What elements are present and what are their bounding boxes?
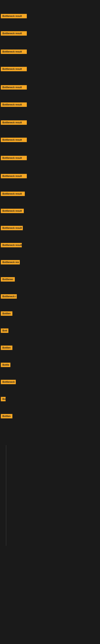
bottleneck-bar[interactable]: Bottle	[1, 363, 10, 367]
bottleneck-bar[interactable]: Bottleneck result	[1, 120, 27, 125]
bottleneck-bar[interactable]: Bottleneck result	[1, 85, 27, 90]
bar-row: Bottleneck result	[1, 67, 27, 72]
bottleneck-bar[interactable]: Bottlenec	[1, 277, 15, 282]
bottleneck-bar[interactable]: Bottleneck result	[1, 138, 27, 142]
bottleneck-bar[interactable]: Bottlen	[1, 346, 12, 350]
bottleneck-bar[interactable]: Bo	[1, 397, 6, 401]
bar-row: Bottleneck result	[1, 174, 27, 179]
bar-row: Bottleneck result	[1, 226, 23, 231]
bottleneck-bar[interactable]: Bottleneck result	[1, 192, 25, 196]
bar-row: Bottleneck result	[1, 14, 27, 19]
bottleneck-bar[interactable]: Bottleneck result	[1, 14, 27, 18]
bar-row: Bottlen	[1, 311, 12, 316]
bar-row: Bottleneck result	[1, 31, 27, 36]
bottleneck-bar[interactable]: Bottleneck	[1, 380, 16, 384]
bar-row: Bottlen	[1, 346, 12, 351]
bar-row: Bottleneck result	[1, 120, 27, 126]
bottleneck-bar[interactable]: Bottleneck result	[1, 31, 27, 36]
bar-row: Bo	[1, 397, 6, 402]
bar-row: Bottleneck result	[1, 192, 25, 197]
bottleneck-bar[interactable]: Bottleneck r	[1, 294, 17, 299]
bar-row: Bott	[1, 328, 8, 334]
bottleneck-bar[interactable]: Bottleneck result	[1, 102, 27, 107]
bottleneck-bar[interactable]: Bottlen	[1, 414, 12, 418]
bottleneck-bar[interactable]: Bottleneck result	[1, 209, 24, 213]
bar-row: Bottleneck result	[1, 243, 22, 248]
site-title	[0, 0, 100, 2]
bottleneck-bar[interactable]: Bottleneck res	[1, 260, 20, 264]
bar-row: Bottleneck r	[1, 294, 17, 300]
bar-row: Bottleneck	[1, 380, 16, 385]
bar-row: Bottlen	[1, 414, 12, 419]
bottleneck-bar[interactable]: Bottleneck result	[1, 50, 27, 54]
bar-row: Bottleneck result	[1, 85, 27, 90]
bar-row: Bottleneck res	[1, 260, 20, 265]
chart-bottom-area	[0, 445, 100, 644]
bottleneck-bar[interactable]: Bottleneck result	[1, 174, 27, 178]
bottleneck-bar[interactable]: Bottleneck result	[1, 243, 22, 247]
bar-row: Bottleneck result	[1, 102, 27, 108]
bottleneck-bar[interactable]: Bottleneck result	[1, 67, 27, 71]
bar-row: Bottleneck result	[1, 209, 24, 214]
bottleneck-bar[interactable]: Bottlen	[1, 311, 12, 316]
bottleneck-bar[interactable]: Bottleneck result	[1, 226, 23, 230]
bar-row: Bottleneck result	[1, 50, 27, 55]
bottleneck-bar[interactable]: Bottleneck result	[1, 156, 27, 160]
bottleneck-bar[interactable]: Bott	[1, 328, 8, 333]
y-axis	[6, 445, 6, 546]
bar-row: Bottlenec	[1, 277, 15, 282]
bar-row: Bottle	[1, 363, 10, 368]
bar-row: Bottleneck result	[1, 138, 27, 143]
bar-row: Bottleneck result	[1, 156, 27, 161]
chart-container: Bottleneck resultBottleneck resultBottle…	[0, 2, 100, 445]
